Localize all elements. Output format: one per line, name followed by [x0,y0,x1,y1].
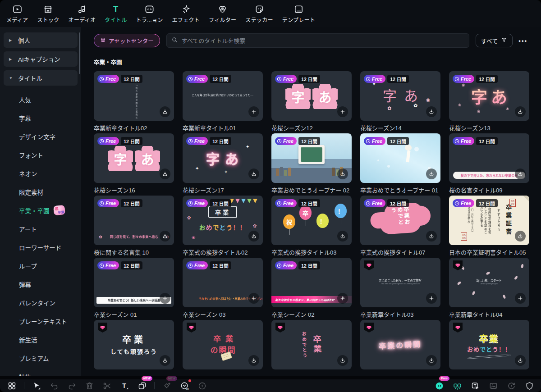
tab-transition[interactable]: トラ...ョン [131,2,167,26]
add-button[interactable] [337,106,348,117]
sidebar-item-ループ[interactable]: ループ [4,256,78,275]
text-icon[interactable]: T [119,380,130,391]
download-button[interactable] [515,169,526,179]
export-icon[interactable] [470,380,481,391]
more-options-button[interactable]: ••• [518,37,527,44]
tab-sticker[interactable]: ステッカー [241,2,278,26]
template-card[interactable]: 字あ✦✿✿❀Free12 日間花桜シーズン14 [360,71,440,131]
tab-media[interactable]: メディア [2,2,32,26]
download-button[interactable] [160,231,170,242]
download-button[interactable] [515,355,526,366]
template-card[interactable]: ✿同じ桜を見て、別々の未来へ進む✿Free12 日間桜に関する名言集 10 [94,196,174,255]
trash-icon[interactable] [84,380,95,391]
template-card[interactable]: 卒業おめでとうFree12 日間卒業式の挨拶タイトル07 [360,196,440,255]
template-card[interactable]: 字あFree12 日間花桜シーズン16 [94,133,174,193]
download-button[interactable] [337,169,348,179]
template-card[interactable]: それぞれの未来へ羽ばたけ・卒業おめでとうございますFree12 日間卒業シーズン… [183,258,263,318]
sidebar-group-タイトル[interactable]: ▼タイトル [4,70,78,86]
overlay-icon[interactable]: NEW [137,380,147,391]
template-card[interactable]: 字あ✦✧✦Free12 日間花桜シーズン17 [183,133,263,193]
template-card[interactable]: 新しい旅、スタートA new journey begins卒業新章タイトル04 [449,258,529,318]
tab-template[interactable]: テンプレート [278,2,320,26]
download-button[interactable] [248,355,259,366]
sidebar-item-人気[interactable]: 人気 [4,90,78,109]
sidebar-item-デザイン文字[interactable]: デザイン文字 [4,127,78,146]
sidebar-item-フォント[interactable]: フォント [4,146,78,164]
add-button[interactable] [426,293,437,304]
template-card[interactable]: 桜の下で迎えた、忘れられない卒業の日Free12 日間桜の名言タイトル09 [449,133,529,193]
download-button[interactable] [248,169,259,179]
cursor-icon[interactable] [31,380,42,391]
template-card[interactable]: 卒業おめでとう！！✿✿❀Free12 日間卒業式の挨拶タイトル02 [183,196,263,255]
redo-icon[interactable] [66,380,77,391]
download-button[interactable] [426,169,437,179]
template-card[interactable]: 卒業おめでとう！！ [449,320,529,376]
download-button[interactable] [337,231,348,242]
download-button[interactable] [515,106,526,117]
sidebar-group-個人[interactable]: ▶個人 [4,32,78,48]
template-card[interactable]: 卒業しても頑張ろう [94,320,174,376]
tab-stock[interactable]: ストック [32,2,64,26]
template-card[interactable]: こんな毎日が永遠に続けばいいのにって思ってた....Free12 日間卒業新章タ… [183,71,263,131]
template-card[interactable]: Free12 日間卒業おめでとうオープナー 02 [271,133,352,193]
sidebar-scrollbar[interactable] [79,32,80,74]
download-button[interactable] [426,355,437,366]
add-button[interactable] [337,293,348,304]
add-button[interactable] [160,293,170,304]
asset-center-button[interactable]: アセットセンター [94,34,160,47]
download-button[interactable] [515,231,526,242]
search-input[interactable] [182,37,464,44]
assistant-icon[interactable]: Free [434,380,445,391]
filter-all-button[interactable]: すべて [476,34,513,47]
download-button[interactable] [248,231,259,242]
download-button[interactable] [426,231,437,242]
add-button[interactable] [248,106,259,117]
sidebar-item-卒業・卒園[interactable]: 卒業・卒園祝卒業 [4,201,78,219]
template-card[interactable]: 字あFree12 日間花桜シーズン12 [271,71,352,131]
sidebar-item-特集[interactable]: 特集 [4,367,78,376]
sidebar-item-字幕[interactable]: 字幕 [4,109,78,127]
keyframe-icon[interactable]: NEW [161,380,172,391]
download-button[interactable] [337,355,348,366]
template-card[interactable]: Free12 日間卒業おめでとうオープナー 01 [360,133,440,193]
template-card[interactable]: 卒業の瞬間 [183,320,263,376]
template-card[interactable]: 卒業の瞬間 [360,320,440,376]
add-button[interactable] [515,293,526,304]
sidebar-item-新生活[interactable]: 新生活 [4,330,78,349]
undo-icon[interactable] [49,380,60,391]
glasses-icon[interactable] [452,380,463,391]
sidebar-item-ローワーサード[interactable]: ローワーサード [4,238,78,256]
tab-title[interactable]: Tタイトル [100,2,131,26]
loop-icon[interactable] [506,380,517,391]
tab-audio[interactable]: オーディオ [64,2,101,26]
template-card[interactable]: 卒業おめでとう！新しい未来へ一歩前進Free12 日間卒業シーズン 01 [94,258,174,318]
sidebar-item-アート[interactable]: アート [4,219,78,238]
scene-icon[interactable] [488,380,499,391]
template-card[interactable]: 祝卒！！Free12 日間卒業式の挨拶タイトル03 [271,196,352,255]
tab-effect[interactable]: エフェクト [168,2,205,26]
sidebar-item-ネオン[interactable]: ネオン [4,164,78,182]
sidebar-item-プレーンテキスト[interactable]: プレーンテキスト [4,312,78,330]
sidebar-item-弾幕[interactable]: 弾幕 [4,275,78,293]
template-card[interactable]: 字あ❀❀❀❀Free12 日間花桜シーズン13 [449,71,529,131]
template-card[interactable]: ここから新たな章の始まり出発だFree12 日間卒業新章タイトル02 [94,71,174,131]
template-card[interactable]: 新たな旅立ちの始まり、夢に向かって羽ばたけ✦Free12 日間卒業シーズン 02 [271,258,352,318]
search-bar[interactable] [166,33,469,48]
add-button[interactable] [248,293,259,304]
sidebar-item-プレミアム[interactable]: プレミアム [4,349,78,367]
template-card[interactable]: 共に過ごした日々、一生の宝物だThe time we spent togethe… [360,258,440,318]
download-button[interactable] [160,106,170,117]
sidebar-group-AIキャプション[interactable]: ▶AIキャプション [4,51,78,67]
shield-icon[interactable] [524,380,535,391]
download-button[interactable] [426,106,437,117]
download-button[interactable] [160,169,170,179]
ai-voice-icon[interactable]: AI [179,380,190,391]
ai-lab-icon[interactable] [197,380,207,391]
scissors-icon[interactable] [101,380,112,391]
template-card[interactable]: 卒業証書すずきたろう本校所定の課程を修了したことを認めここに之を証する二〇二六年… [449,196,529,255]
download-button[interactable] [160,355,170,366]
sidebar-item-バレンタイン[interactable]: バレンタイン [4,293,78,312]
tab-filter[interactable]: フィルター [204,2,241,26]
template-card[interactable]: おめでとう卒業 [271,320,352,376]
sidebar-item-限定素材[interactable]: 限定素材 [4,182,78,201]
